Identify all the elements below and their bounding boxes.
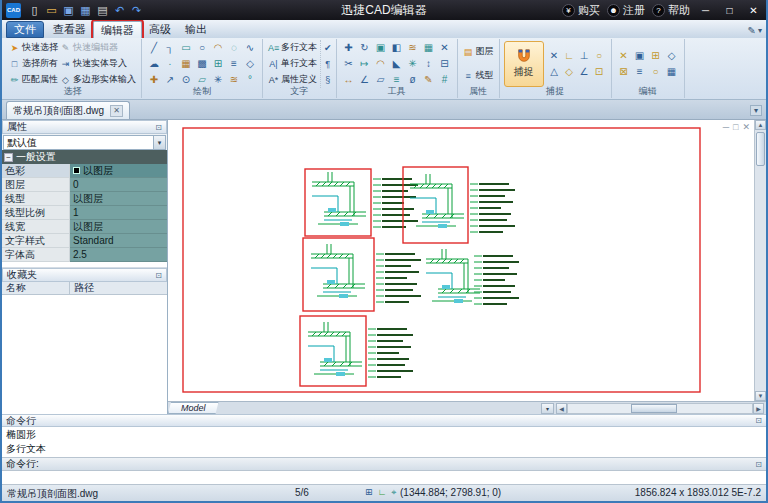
draw-tool-icon[interactable]: ▩ [194,56,210,72]
redo-icon[interactable]: ↷ [129,4,144,17]
pin-icon[interactable]: ⊡ [155,271,162,280]
edit-tool-icon[interactable]: ✕ [616,48,632,64]
status-toggle-icon[interactable]: ⊞ [365,487,373,498]
collapse-icon[interactable]: − [4,153,13,162]
favorites-col-name[interactable]: 名称 [2,282,70,294]
open-file-icon[interactable]: ▭ [44,4,59,17]
draw-tool-icon[interactable]: ▦ [178,56,194,72]
maximize-button[interactable]: □ [721,5,738,16]
tool-icon[interactable]: ↕ [421,56,437,72]
minimize-button[interactable]: ─ [697,5,714,16]
command-history[interactable]: 椭圆形 多行文本 [2,427,766,458]
tool-icon[interactable]: ✂ [341,56,357,72]
property-row-layer[interactable]: 图层 0 [2,178,167,192]
tool-icon[interactable]: ▦ [421,40,437,56]
snap-mode-icon[interactable]: ∟ [562,48,577,64]
tab-advanced[interactable]: 高级 [142,21,178,38]
register-link[interactable]: ☻ 注册 [607,3,645,18]
tool-icon[interactable]: ✳ [405,56,421,72]
document-tabs-menu-icon[interactable]: ▾ [750,105,762,116]
scroll-right-icon[interactable]: ▶ [753,403,764,414]
property-row-font-height[interactable]: 字体高 2.5 [2,248,167,262]
property-row-linetype[interactable]: 线型 以图层 [2,192,167,206]
linetype-button[interactable]: ≡ 线型 [462,68,495,83]
draw-tool-icon[interactable]: ◌ [226,40,242,56]
pin-icon[interactable]: ⊡ [155,123,162,132]
snap-mode-icon[interactable]: ◇ [562,64,577,80]
mtext-button[interactable]: A≡ 多行文本 [267,40,318,55]
edit-tool-icon[interactable]: ▦ [664,64,680,80]
model-tab[interactable]: Model [168,402,219,414]
draw-tool-icon[interactable]: ∿ [242,40,258,56]
cad-drawing[interactable] [168,120,754,401]
close-button[interactable]: ✕ [745,5,762,16]
property-row-lineweight[interactable]: 线宽 以图层 [2,220,167,234]
tab-editor[interactable]: 编辑器 [93,21,142,38]
select-all-button[interactable]: □ 选择所有 [8,56,59,71]
property-value[interactable]: 以图层 [70,192,167,206]
quick-select-button[interactable]: ➤ 快速选择 [8,40,59,55]
tab-viewer[interactable]: 查看器 [46,21,93,38]
scroll-left-icon[interactable]: ◀ [556,403,567,414]
edit-tool-icon[interactable]: ⊠ [616,64,632,80]
dtext-button[interactable]: A| 单行文本 [267,56,318,71]
property-category-row[interactable]: − 一般设置 [2,150,167,164]
property-value[interactable]: 2.5 [70,248,167,262]
preset-dropdown[interactable]: 默认值 ▾ [3,135,166,150]
draw-tool-icon[interactable]: ┐ [162,40,178,56]
tab-file[interactable]: 文件 [6,21,44,38]
undo-icon[interactable]: ↶ [112,4,127,17]
status-toggle-icon[interactable]: ∟ [378,487,387,498]
edit-tool-icon[interactable]: ▣ [632,48,648,64]
snap-mode-icon[interactable]: △ [547,64,562,80]
draw-tool-icon[interactable]: ◠ [210,40,226,56]
horizontal-scrollbar[interactable]: ◀ ▶ [556,403,764,414]
quick-editor-button[interactable]: ✎ 快速编辑器 [59,40,137,55]
snap-mode-icon[interactable]: ✕ [547,48,562,64]
pin-icon[interactable]: ⊡ [755,460,762,469]
draw-tool-icon[interactable]: ≡ [226,56,242,72]
tool-icon[interactable]: ≋ [405,40,421,56]
property-value[interactable]: 1 [70,206,167,220]
style-tool-icon[interactable]: ✎ [748,25,756,36]
tool-icon[interactable]: ▣ [373,40,389,56]
snap-toggle-button[interactable]: 捕捉 [504,41,544,87]
save-icon[interactable]: ▣ [61,4,76,17]
print-icon[interactable]: ▤ [95,4,110,17]
favorites-list[interactable] [2,295,167,414]
draw-tool-icon[interactable]: ○ [194,40,210,56]
vertical-scrollbar[interactable]: ▲ ▼ [754,120,766,401]
draw-tool-icon[interactable]: ☁ [146,56,162,72]
help-link[interactable]: ? 帮助 [652,3,690,18]
scroll-down-icon[interactable]: ▼ [755,391,766,401]
draw-tool-icon[interactable]: ◇ [242,56,258,72]
edit-tool-icon[interactable]: ⊞ [648,48,664,64]
tool-icon[interactable]: ◣ [389,56,405,72]
property-row-text-style[interactable]: 文字样式 Standard [2,234,167,248]
command-input[interactable] [2,471,766,485]
text-extra-icon[interactable]: ¶ [324,59,332,69]
tool-icon[interactable]: ↦ [357,56,373,72]
pin-icon[interactable]: ⊡ [755,416,762,425]
snap-mode-icon[interactable]: ⊥ [577,48,592,64]
status-toggle-icon[interactable]: ⌖ [391,487,396,498]
drawing-canvas[interactable]: ─□✕ ▲ ▼ Model ▾ ◀ ▶ [168,120,766,414]
property-row-color[interactable]: 色彩 以图层 [2,164,167,178]
tool-icon[interactable]: ✕ [437,40,453,56]
mdi-control-icon[interactable]: ─ [723,122,729,132]
snap-mode-icon[interactable]: ⊡ [592,64,607,80]
document-tab[interactable]: 常规吊顶剖面图.dwg ✕ [6,101,130,119]
text-extra-icon[interactable]: ✔ [324,43,332,53]
vertical-scroll-track[interactable] [755,130,766,391]
mdi-control-icon[interactable]: □ [733,122,738,132]
vertical-scroll-thumb[interactable] [756,132,765,166]
horizontal-scroll-track[interactable] [567,403,753,414]
tool-icon[interactable]: ⊟ [437,56,453,72]
draw-tool-icon[interactable]: ⊞ [210,56,226,72]
property-value[interactable]: 以图层 [70,164,167,178]
edit-tool-icon[interactable]: ◇ [664,48,680,64]
property-value[interactable]: 以图层 [70,220,167,234]
layout-dropdown-icon[interactable]: ▾ [541,403,554,414]
scroll-up-icon[interactable]: ▲ [755,120,766,130]
tool-icon[interactable]: ↻ [357,40,373,56]
